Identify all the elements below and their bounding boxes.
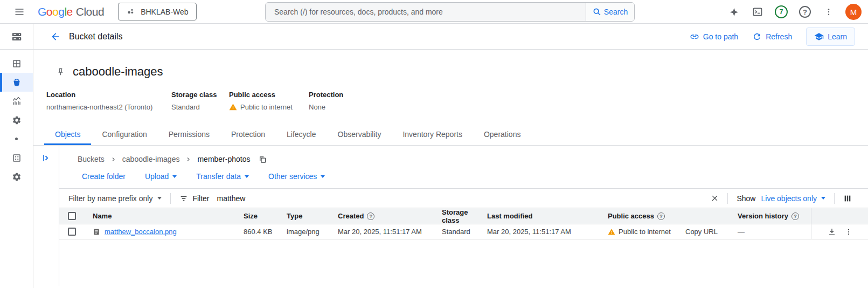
top-app-bar: Google Cloud BHKLAB-Web Search 7 ?: [0, 0, 868, 24]
copy-icon[interactable]: [259, 155, 267, 163]
chevron-down-icon: [172, 175, 177, 178]
create-folder-button[interactable]: Create folder: [82, 172, 126, 181]
logo-cloud-text: Cloud: [76, 5, 104, 18]
divider: [834, 193, 835, 204]
transfer-data-button[interactable]: Transfer data: [196, 172, 249, 181]
expand-panel-icon[interactable]: [41, 153, 51, 163]
breadcrumb-buckets[interactable]: Buckets: [78, 155, 105, 163]
clear-filter-icon[interactable]: [711, 194, 719, 202]
meta-storage-class: Storage class Standard: [171, 91, 229, 111]
object-link[interactable]: matthew_boccalon.png: [105, 228, 177, 236]
table-header: Name Size Type Created? Storage class La…: [59, 208, 868, 224]
show-objects-dropdown[interactable]: Live objects only: [761, 194, 825, 203]
bucket-name: caboodle-images: [73, 65, 163, 79]
rail-item-divider-dot: [0, 129, 33, 148]
tab-configuration[interactable]: Configuration: [91, 125, 157, 145]
search-input[interactable]: [266, 3, 586, 21]
table-row: matthew_boccalon.png 860.4 KB image/png …: [59, 224, 868, 239]
search-button[interactable]: Search: [586, 3, 634, 21]
pin-icon[interactable]: [56, 67, 65, 77]
tab-objects[interactable]: Objects: [44, 125, 91, 145]
meta-location: Location northamerica-northeast2 (Toront…: [46, 91, 171, 111]
warning-icon: [608, 228, 615, 236]
page-header: Bucket details Go to path Refresh Learn: [33, 24, 868, 50]
rail-item-settings-2[interactable]: [0, 167, 33, 186]
global-search: Search: [265, 2, 635, 22]
search-button-label: Search: [604, 8, 628, 16]
help-circle-icon[interactable]: ?: [367, 212, 374, 220]
chevron-down-icon: [245, 175, 249, 178]
divider: [170, 193, 171, 204]
rail-item-monitoring[interactable]: [0, 92, 33, 111]
logo-letter: o: [46, 5, 52, 18]
help-circle-icon[interactable]: ?: [791, 212, 799, 220]
tab-operations[interactable]: Operations: [473, 125, 531, 145]
tab-inventory-reports[interactable]: Inventory Reports: [392, 125, 473, 145]
help-icon[interactable]: ?: [796, 3, 814, 21]
google-cloud-logo[interactable]: Google Cloud: [38, 5, 104, 18]
copy-url-button[interactable]: Copy URL: [685, 228, 718, 236]
select-all-checkbox[interactable]: [68, 212, 76, 220]
breadcrumb-bucket-name[interactable]: caboodle-images: [122, 155, 180, 163]
notifications-badge[interactable]: 7: [772, 3, 790, 21]
chevron-down-icon: [157, 197, 162, 200]
column-display-icon[interactable]: [843, 194, 852, 203]
chevron-down-icon: [321, 175, 325, 178]
project-selector[interactable]: BHKLAB-Web: [118, 3, 196, 20]
warning-icon: [229, 103, 237, 111]
object-actions: Create folder Upload Transfer data Other…: [59, 168, 868, 188]
cloud-shell-icon[interactable]: [748, 3, 767, 21]
row-more-vert-icon[interactable]: [845, 228, 852, 236]
rail-item-overview[interactable]: [0, 54, 33, 73]
logo-letter: o: [52, 5, 58, 18]
topbar-icons: 7 ? M: [725, 0, 862, 24]
filter-scope-dropdown[interactable]: Filter by name prefix only: [68, 194, 162, 203]
tab-permissions[interactable]: Permissions: [158, 125, 220, 145]
upload-button[interactable]: Upload: [145, 172, 177, 181]
download-icon[interactable]: [828, 228, 836, 236]
row-checkbox[interactable]: [68, 228, 76, 236]
bucket-title-row: caboodle-images: [33, 50, 868, 79]
other-services-button[interactable]: Other services: [268, 172, 325, 181]
tab-observability[interactable]: Observability: [327, 125, 392, 145]
refresh-button[interactable]: Refresh: [752, 32, 792, 42]
bucket-metadata: Location northamerica-northeast2 (Toront…: [33, 79, 868, 111]
menu-icon[interactable]: [9, 1, 30, 23]
tab-lifecycle[interactable]: Lifecycle: [276, 125, 327, 145]
storage-product-icon[interactable]: [0, 24, 33, 50]
tab-protection[interactable]: Protection: [220, 125, 276, 145]
logo-letter: e: [67, 5, 73, 18]
meta-public-access: Public access Public to internet: [229, 91, 309, 111]
go-to-path-button[interactable]: Go to path: [690, 32, 738, 42]
left-nav-rail: [0, 24, 33, 288]
project-name: BHKLAB-Web: [141, 8, 188, 16]
rail-item-apps[interactable]: [0, 148, 33, 167]
notification-count: 7: [775, 5, 788, 18]
chevron-right-icon: [186, 157, 191, 162]
back-arrow-icon[interactable]: [46, 28, 65, 46]
help-circle-icon[interactable]: ?: [657, 212, 665, 220]
refresh-icon: [752, 32, 762, 42]
breadcrumb-current-folder: member-photos: [197, 155, 250, 163]
learn-button[interactable]: Learn: [806, 28, 855, 46]
rail-item-settings[interactable]: [0, 111, 33, 129]
chevron-down-icon: [821, 197, 825, 200]
school-icon: [814, 32, 824, 42]
show-label: Show: [737, 194, 755, 203]
filter-input[interactable]: [217, 194, 357, 203]
project-icon: [126, 7, 135, 16]
file-icon: [93, 228, 100, 236]
filter-toolbar: Filter by name prefix only Filter Show L…: [59, 188, 868, 208]
rail-item-buckets[interactable]: [0, 73, 33, 92]
gemini-sparkle-icon[interactable]: [725, 3, 743, 21]
bucket-tabs: Objects Configuration Permissions Protec…: [33, 125, 868, 146]
filter-label: Filter: [192, 194, 209, 203]
divider: [727, 193, 728, 204]
breadcrumb: Buckets caboodle-images member-photos: [59, 146, 868, 168]
meta-protection: Protection None: [309, 91, 343, 111]
page-title: Bucket details: [69, 32, 123, 42]
more-vert-icon[interactable]: [820, 3, 838, 21]
search-icon: [593, 8, 601, 16]
avatar[interactable]: M: [845, 4, 862, 20]
logo-letter: G: [38, 5, 46, 18]
